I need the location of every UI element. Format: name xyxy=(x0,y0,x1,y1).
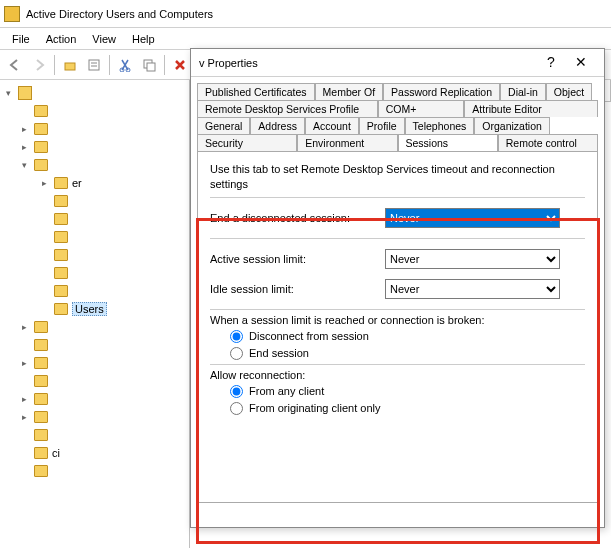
folder-icon xyxy=(34,411,48,423)
folder-icon xyxy=(54,249,68,261)
radio-from-originating[interactable] xyxy=(230,402,243,415)
tree-pane[interactable]: ▾ ▸ ▸ ▾ ▸er Users ▸ ▸ ▸ ▸ ci xyxy=(0,80,190,548)
back-button[interactable] xyxy=(4,54,26,76)
tab-rds-profile[interactable]: Remote Desktop Services Profile xyxy=(197,100,378,117)
svg-rect-1 xyxy=(89,60,99,70)
when-reached-label: When a session limit is reached or conne… xyxy=(210,314,585,326)
folder-icon xyxy=(54,213,68,225)
chevron-right-icon[interactable]: ▸ xyxy=(18,394,30,404)
folder-icon xyxy=(34,141,48,153)
idle-limit-label: Idle session limit: xyxy=(210,283,385,295)
forward-button[interactable] xyxy=(28,54,50,76)
allow-reconnect-label: Allow reconnection: xyxy=(210,369,585,381)
chevron-right-icon[interactable]: ▸ xyxy=(18,412,30,422)
tree-item-users[interactable]: Users xyxy=(72,302,107,316)
chevron-right-icon[interactable]: ▸ xyxy=(18,124,30,134)
active-limit-label: Active session limit: xyxy=(210,253,385,265)
up-button[interactable] xyxy=(59,54,81,76)
tab-object[interactable]: Object xyxy=(546,83,592,100)
tab-attribute-editor[interactable]: Attribute Editor xyxy=(464,100,598,117)
svg-rect-7 xyxy=(147,63,155,71)
tab-sessions[interactable]: Sessions xyxy=(398,134,498,151)
tab-remote-control[interactable]: Remote control xyxy=(498,134,598,151)
menu-view[interactable]: View xyxy=(84,33,124,45)
folder-icon xyxy=(34,465,48,477)
svg-rect-0 xyxy=(65,63,75,70)
folder-icon xyxy=(34,375,48,387)
menu-file[interactable]: File xyxy=(4,33,38,45)
tab-profile[interactable]: Profile xyxy=(359,117,405,134)
copy-button[interactable] xyxy=(138,54,160,76)
window-title: Active Directory Users and Computers xyxy=(26,8,213,20)
folder-icon xyxy=(54,267,68,279)
folder-icon xyxy=(34,393,48,405)
end-disconnected-select[interactable]: Never xyxy=(385,208,560,228)
chevron-right-icon[interactable]: ▸ xyxy=(38,178,50,188)
radio-from-any-label: From any client xyxy=(249,385,324,397)
folder-icon xyxy=(54,195,68,207)
folder-icon xyxy=(34,339,48,351)
chevron-down-icon[interactable]: ▾ xyxy=(18,160,30,170)
chevron-right-icon[interactable]: ▸ xyxy=(18,358,30,368)
delete-button[interactable] xyxy=(169,54,191,76)
folder-icon xyxy=(34,159,48,171)
folder-icon xyxy=(34,105,48,117)
menu-action[interactable]: Action xyxy=(38,33,85,45)
tab-dialin[interactable]: Dial-in xyxy=(500,83,546,100)
app-icon xyxy=(4,6,20,22)
radio-from-any[interactable] xyxy=(230,385,243,398)
folder-icon xyxy=(34,357,48,369)
dialog-help-button[interactable]: ? xyxy=(536,53,566,73)
folder-icon xyxy=(34,321,48,333)
tab-general[interactable]: General xyxy=(197,117,250,134)
menu-bar: File Action View Help xyxy=(0,28,611,50)
active-limit-select[interactable]: Never xyxy=(385,249,560,269)
tab-member-of[interactable]: Member Of xyxy=(315,83,384,100)
tab-com-plus[interactable]: COM+ xyxy=(378,100,465,117)
sessions-intro-text: Use this tab to set Remote Desktop Servi… xyxy=(210,162,585,193)
chevron-right-icon[interactable]: ▸ xyxy=(18,322,30,332)
radio-end-session[interactable] xyxy=(230,347,243,360)
tab-strip: Published Certificates Member Of Passwor… xyxy=(191,77,604,151)
radio-disconnect-label: Disconnect from session xyxy=(249,330,369,342)
folder-icon xyxy=(54,285,68,297)
tab-password-replication[interactable]: Password Replication xyxy=(383,83,500,100)
folder-icon xyxy=(54,303,68,315)
folder-icon xyxy=(34,429,48,441)
properties-dialog: v Properties ? ✕ Published Certificates … xyxy=(190,48,605,528)
tab-security[interactable]: Security xyxy=(197,134,297,151)
tab-address[interactable]: Address xyxy=(250,117,305,134)
properties-button[interactable] xyxy=(83,54,105,76)
tab-account[interactable]: Account xyxy=(305,117,359,134)
folder-icon xyxy=(54,177,68,189)
folder-icon xyxy=(34,123,48,135)
folder-icon xyxy=(54,231,68,243)
radio-from-originating-label: From originating client only xyxy=(249,402,380,414)
window-titlebar: Active Directory Users and Computers xyxy=(0,0,611,28)
tab-body-sessions: Use this tab to set Remote Desktop Servi… xyxy=(197,151,598,503)
idle-limit-select[interactable]: Never xyxy=(385,279,560,299)
radio-disconnect[interactable] xyxy=(230,330,243,343)
radio-end-session-label: End session xyxy=(249,347,309,359)
tree-item-label[interactable]: ci xyxy=(52,447,60,459)
tab-organization[interactable]: Organization xyxy=(474,117,550,134)
tab-published-certificates[interactable]: Published Certificates xyxy=(197,83,315,100)
dialog-close-button[interactable]: ✕ xyxy=(566,53,596,73)
domain-icon xyxy=(18,86,32,100)
dialog-titlebar[interactable]: v Properties ? ✕ xyxy=(191,49,604,77)
tree-item-label[interactable]: er xyxy=(72,177,82,189)
cut-button[interactable] xyxy=(114,54,136,76)
chevron-right-icon[interactable]: ▸ xyxy=(18,142,30,152)
menu-help[interactable]: Help xyxy=(124,33,163,45)
tab-environment[interactable]: Environment xyxy=(297,134,397,151)
end-disconnected-label: End a disconnected session: xyxy=(210,212,385,224)
dialog-title: v Properties xyxy=(199,57,536,69)
tab-telephones[interactable]: Telephones xyxy=(405,117,475,134)
expand-icon[interactable]: ▾ xyxy=(2,88,14,98)
folder-icon xyxy=(34,447,48,459)
